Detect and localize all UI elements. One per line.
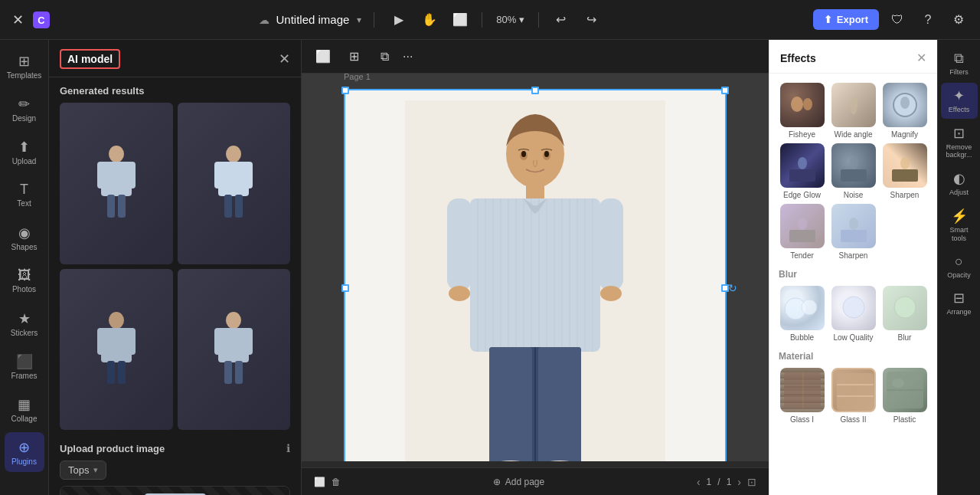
smart-tools-icon: ⚡ — [951, 208, 968, 225]
canvas-layers-btn[interactable]: ⧉ — [372, 44, 397, 69]
text-icon: T — [20, 182, 28, 198]
person-svg — [405, 100, 665, 461]
sidebar-item-text[interactable]: T Text — [5, 175, 44, 215]
effect-sharpen2[interactable]: Sharpen — [830, 204, 877, 260]
sidebar-item-photos[interactable]: 🖼 Photos — [5, 261, 44, 300]
wideangle-preview — [831, 83, 876, 127]
svg-point-72 — [544, 151, 549, 157]
tops-caret: ▾ — [93, 465, 98, 475]
effect-tender[interactable]: Tender — [779, 204, 825, 260]
canva-logo: C — [33, 11, 50, 28]
effect-fisheye[interactable]: Fisheye — [779, 83, 825, 139]
menu-icon[interactable]: ✕ — [9, 8, 27, 31]
frames-icon: ⬛ — [16, 353, 33, 370]
sidebar-item-design[interactable]: ✏ Design — [5, 89, 44, 129]
delete-page-btn[interactable]: 🗑 — [332, 477, 341, 487]
upload-zone[interactable] — [60, 486, 290, 495]
export-btn[interactable]: ⬆ Export — [813, 9, 879, 30]
effects-close-btn[interactable]: ✕ — [916, 51, 926, 65]
generated-grid — [60, 103, 290, 430]
next-page-btn[interactable]: › — [737, 476, 741, 488]
generated-result-4[interactable] — [178, 269, 291, 431]
effect-blur[interactable]: Blur — [881, 286, 928, 342]
sidebar-item-collage[interactable]: ▦ Collage — [5, 389, 44, 429]
effect-lowquality[interactable]: Low Quality — [830, 286, 877, 342]
rotate-handle[interactable]: ↻ — [725, 280, 740, 296]
svg-rect-60 — [599, 198, 623, 290]
effect-sharpen[interactable]: Sharpen — [881, 143, 928, 199]
ai-panel-close-btn[interactable]: ✕ — [279, 51, 290, 67]
sidebar-item-stickers[interactable]: ★ Stickers — [5, 303, 44, 343]
right-strip-adjust[interactable]: ◐ Adjust — [941, 166, 978, 202]
svg-point-83 — [900, 157, 910, 169]
svg-point-90 — [802, 300, 817, 315]
hand-tool-btn[interactable]: ✋ — [417, 8, 442, 32]
export-label: Export — [837, 14, 868, 25]
canvas-page[interactable]: ↻ — [344, 89, 727, 461]
generated-result-3[interactable] — [60, 269, 173, 431]
shield-icon-btn[interactable]: 🛡 — [885, 8, 910, 32]
right-strip-smart-tools[interactable]: ⚡ Smart tools — [941, 203, 978, 248]
doc-title-caret[interactable]: ▾ — [357, 15, 361, 25]
sidebar-item-frames[interactable]: ⬛ Frames — [5, 346, 44, 386]
select-tool-btn[interactable]: ▶ — [387, 8, 411, 32]
effect-wideangle[interactable]: Wide angle — [830, 83, 877, 139]
svg-point-20 — [226, 312, 241, 329]
fullscreen-btn[interactable]: ⊡ — [747, 476, 756, 488]
effect-bubble[interactable]: Bubble — [779, 286, 825, 342]
magnify-preview — [883, 83, 927, 127]
effect-noise[interactable]: Noise — [830, 143, 877, 199]
canvas-crop-btn[interactable]: ⬜ — [311, 44, 335, 69]
right-strip-remove-bg[interactable]: ⊡ Remove backgr... — [941, 120, 978, 165]
divider2 — [482, 12, 482, 28]
svg-point-85 — [798, 218, 807, 230]
undo-btn[interactable]: ↩ — [548, 8, 573, 32]
collage-icon: ▦ — [18, 396, 31, 413]
zoom-selector[interactable]: 80% ▾ — [492, 11, 529, 28]
generated-result-1[interactable] — [60, 103, 173, 264]
effect-glass2[interactable]: Glass II — [830, 368, 877, 424]
canvas-more-btn[interactable]: ··· — [403, 50, 413, 64]
effect-magnify[interactable]: Magnify — [881, 83, 928, 139]
svg-rect-42 — [470, 198, 600, 352]
svg-rect-5 — [126, 162, 136, 188]
right-strip-opacity[interactable]: ○ Opacity — [941, 249, 978, 284]
right-strip-arrange[interactable]: ⊟ Arrange — [941, 285, 978, 321]
sidebar-item-shapes[interactable]: ◉ Shapes — [5, 218, 44, 257]
effect-edgeglow[interactable]: Edge Glow — [779, 143, 825, 199]
svg-rect-88 — [841, 230, 867, 242]
effect-glass1[interactable]: Glass I — [779, 368, 825, 424]
help-icon-btn[interactable]: ? — [916, 8, 940, 32]
effect-plastic[interactable]: Plastic — [881, 368, 928, 424]
blur-preview — [883, 286, 927, 330]
canvas-scrollbar[interactable] — [302, 461, 769, 467]
redo-btn[interactable]: ↪ — [579, 8, 603, 32]
canvas-icon-btn[interactable]: ⬜ — [314, 477, 325, 487]
tops-selector[interactable]: Tops ▾ — [60, 461, 106, 480]
tender-preview — [780, 204, 825, 248]
svg-rect-19 — [118, 361, 126, 384]
templates-icon: ⊞ — [18, 53, 30, 70]
right-strip-filters[interactable]: ⧉ Filters — [941, 46, 978, 81]
svg-rect-23 — [243, 328, 253, 355]
info-icon[interactable]: ℹ — [286, 442, 290, 454]
svg-rect-80 — [789, 169, 815, 182]
prev-page-btn[interactable]: ‹ — [697, 476, 701, 488]
add-page-btn[interactable]: ⊕ Add page — [493, 477, 544, 487]
settings-icon-btn[interactable]: ⚙ — [946, 8, 971, 32]
generated-result-2[interactable] — [178, 103, 291, 264]
sidebar-item-upload[interactable]: ⬆ Upload — [5, 132, 44, 172]
gen-thumb-3-placeholder — [60, 269, 173, 431]
right-strip-effects[interactable]: ✦ Effects — [941, 83, 978, 119]
sidebar-item-plugins[interactable]: ⊕ Plugins — [5, 432, 44, 472]
canvas-grid-btn[interactable]: ⊞ — [341, 44, 366, 69]
svg-rect-16 — [97, 328, 106, 355]
svg-point-74 — [791, 97, 803, 112]
zoom-value: 80% — [496, 14, 516, 25]
sidebar-item-templates[interactable]: ⊞ Templates — [5, 46, 44, 86]
svg-rect-99 — [837, 373, 874, 410]
doc-title[interactable]: Untitled image — [276, 13, 349, 26]
frame-tool-btn[interactable]: ⬜ — [448, 8, 472, 32]
canvas-viewport[interactable]: Page 1 — [302, 74, 769, 461]
svg-point-71 — [521, 151, 526, 157]
